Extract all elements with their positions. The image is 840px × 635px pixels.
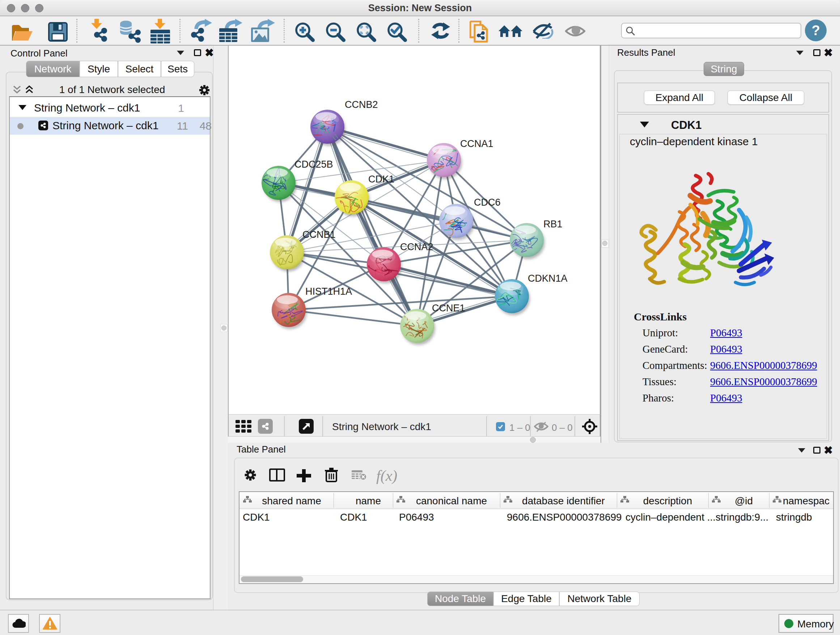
svg-text:CCNB1: CCNB1: [302, 229, 336, 240]
svg-text:CCNB2: CCNB2: [345, 99, 378, 110]
svg-text:CCNA1: CCNA1: [460, 138, 493, 149]
svg-text:HIST1H1A: HIST1H1A: [305, 286, 352, 297]
svg-text:CDKN1A: CDKN1A: [528, 273, 568, 284]
svg-text:CDK1: CDK1: [368, 174, 394, 185]
svg-text:RB1: RB1: [543, 219, 562, 230]
svg-text:CCNA2: CCNA2: [400, 241, 433, 252]
svg-text:CDC25B: CDC25B: [294, 159, 333, 170]
svg-text:CCNE1: CCNE1: [432, 302, 465, 314]
svg-text:CDC6: CDC6: [474, 197, 501, 208]
